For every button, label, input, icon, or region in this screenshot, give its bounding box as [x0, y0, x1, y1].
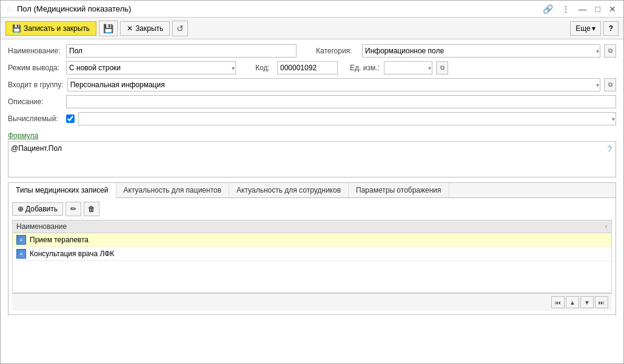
vhodit-select[interactable]: Персональная информация	[67, 78, 600, 91]
row-naimenovanie: Наименование: Категория: Информационное …	[8, 44, 616, 58]
titlebar-right: 🔗 ⋮ — □ ✕	[540, 3, 619, 15]
ed-izm-wrapper: ▾	[384, 61, 432, 74]
tab-patients[interactable]: Актуальность для пациентов	[116, 183, 230, 197]
formula-help-icon[interactable]: ?	[607, 144, 612, 154]
add-label: Добавить	[25, 205, 58, 213]
rezhim-select[interactable]: С новой строки	[66, 61, 236, 74]
formula-box: @Пациент.Пол ?	[8, 141, 616, 177]
save-and-close-button[interactable]: 💾 Записать и закрыть	[5, 21, 96, 36]
more-actions-button[interactable]: Еще ▾	[570, 21, 600, 36]
maximize-button[interactable]: □	[593, 3, 603, 15]
vychislyaemy-select-wrapper: ▾	[78, 112, 616, 125]
more-actions-label: Еще	[575, 24, 590, 33]
rezhim-wrapper: С новой строки ▾	[66, 61, 236, 74]
main-window: ☆ Пол (Медицинский показатель) 🔗 ⋮ — □ ✕…	[0, 0, 624, 364]
row-opisanie: Описание:	[8, 95, 616, 108]
kategoriya-wrapper: Информационное поле ▾	[362, 44, 600, 58]
row-icon-1: ≡	[16, 249, 26, 259]
close-form-label: Закрыть	[135, 24, 163, 33]
close-form-icon: ✕	[127, 24, 133, 33]
help-button[interactable]: ?	[603, 21, 619, 36]
row-icon-0: ≡	[16, 235, 26, 245]
vychislyaemy-select[interactable]	[78, 112, 616, 125]
table-row[interactable]: ≡ Прием терапевта	[13, 233, 611, 247]
tab-employees[interactable]: Актуальность для сотрудников	[229, 183, 349, 197]
sort-arrow-icon[interactable]: ↑	[605, 223, 608, 230]
vhodit-wrapper: Персональная информация ▾	[67, 78, 600, 91]
rezhim-label: Режим вывода:	[8, 64, 62, 72]
nav-first-button[interactable]: ⏮	[551, 296, 565, 308]
ed-izm-label: Ед. изм.:	[350, 64, 380, 72]
kategoriya-select[interactable]: Информационное поле	[362, 44, 600, 58]
add-icon: ⊕	[18, 205, 24, 213]
tabs-container: Типы медицинских записей Актуальность дл…	[8, 182, 616, 315]
close-form-button[interactable]: ✕ Закрыть	[120, 21, 170, 36]
tabs-header: Типы медицинских записей Актуальность дл…	[8, 183, 616, 198]
formula-link[interactable]: Формула	[8, 131, 38, 140]
ed-izm-copy-btn[interactable]: ⧉	[436, 61, 448, 74]
row-name-0: Прием терапевта	[30, 236, 89, 244]
vychislyaemy-label: Вычисляемый:	[8, 114, 62, 123]
table-header: Наименование ↑	[12, 220, 612, 233]
kod-input[interactable]	[277, 61, 338, 74]
vychislyaemy-checkbox[interactable]	[66, 114, 75, 123]
minimize-button[interactable]: —	[576, 3, 589, 15]
bottom-controls: ⏮ ▲ ▼ ⏭	[12, 293, 612, 311]
add-button[interactable]: ⊕ Добавить	[12, 202, 63, 216]
row-vhodit: Входит в группу: Персональная информация…	[8, 78, 616, 91]
table-col-name: Наименование	[16, 222, 605, 231]
history-button[interactable]: ↺	[172, 21, 188, 36]
save-label: Записать и закрыть	[24, 24, 90, 33]
tab-params[interactable]: Параметры отображения	[349, 183, 449, 197]
toolbar: 💾 Записать и закрыть 💾 ✕ Закрыть ↺ Еще ▾…	[1, 18, 623, 39]
form-area: Наименование: Категория: Информационное …	[1, 39, 623, 363]
delete-icon: 🗑	[88, 205, 95, 213]
window-title: Пол (Медицинский показатель)	[17, 4, 131, 13]
more-icon-btn[interactable]: ⋮	[559, 3, 572, 15]
row-name-1: Консультация врача ЛФК	[30, 250, 114, 258]
kategoriya-label: Категория:	[316, 47, 358, 55]
save-icon: 💾	[12, 24, 21, 33]
nav-last-button[interactable]: ⏭	[595, 296, 608, 308]
formula-value: @Пациент.Пол	[11, 144, 62, 153]
titlebar-left: ☆ Пол (Медицинский показатель)	[5, 4, 131, 14]
kod-label: Код:	[255, 64, 273, 72]
save-only-button[interactable]: 💾	[99, 21, 118, 36]
close-button[interactable]: ✕	[606, 3, 619, 15]
link-icon-btn[interactable]: 🔗	[540, 3, 555, 15]
delete-button[interactable]: 🗑	[84, 202, 99, 216]
ed-izm-select[interactable]	[384, 61, 432, 74]
tab-types[interactable]: Типы медицинских записей	[8, 183, 116, 198]
table-body: ≡ Прием терапевта ≡ Консультация врача Л…	[12, 233, 612, 293]
table-row[interactable]: ≡ Консультация врача ЛФК	[13, 247, 611, 261]
tab-content: ⊕ Добавить ✏ 🗑 Наименование ↑	[8, 198, 616, 314]
chevron-down-icon: ▾	[592, 24, 595, 33]
star-icon[interactable]: ☆	[5, 4, 13, 14]
vhodit-copy-btn[interactable]: ⧉	[604, 78, 616, 91]
nav-next-button[interactable]: ▼	[580, 296, 594, 308]
naimenovanie-input[interactable]	[66, 44, 297, 58]
row-rezhim: Режим вывода: С новой строки ▾ Код: Ед. …	[8, 61, 616, 74]
opisanie-label: Описание:	[8, 98, 62, 106]
nav-prev-button[interactable]: ▲	[566, 296, 579, 308]
naimenovanie-label: Наименование:	[8, 47, 62, 55]
edit-button[interactable]: ✏	[65, 202, 81, 216]
row-vychislyaemy: Вычисляемый: ▾	[8, 112, 616, 125]
kategoriya-copy-btn[interactable]: ⧉	[604, 44, 616, 58]
vhodit-label: Входит в группу:	[8, 81, 64, 89]
edit-icon: ✏	[70, 205, 76, 213]
opisanie-input[interactable]	[66, 95, 616, 108]
tab-toolbar: ⊕ Добавить ✏ 🗑	[12, 202, 612, 216]
titlebar: ☆ Пол (Медицинский показатель) 🔗 ⋮ — □ ✕	[1, 1, 623, 18]
